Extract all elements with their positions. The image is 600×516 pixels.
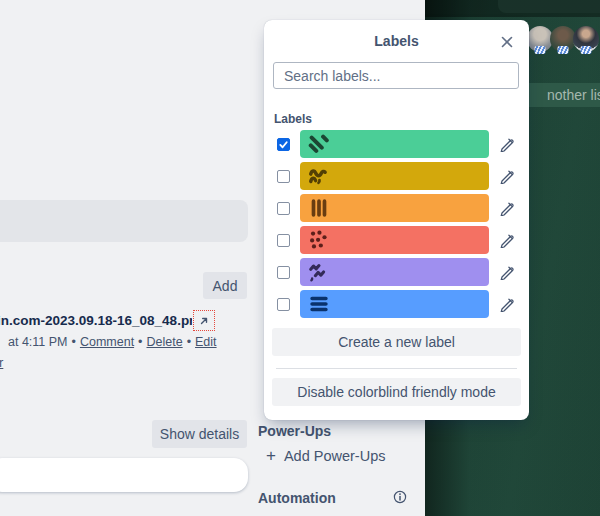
- bullet-separator: •: [187, 335, 191, 349]
- edit-label-pencil-icon[interactable]: [499, 200, 515, 216]
- avatar[interactable]: [573, 26, 599, 52]
- label-pattern-stripes-icon: [308, 133, 330, 155]
- label-checkbox[interactable]: [277, 266, 290, 279]
- label-row: [264, 162, 529, 190]
- close-icon[interactable]: [498, 33, 516, 51]
- label-color-bar-purple[interactable]: [300, 258, 489, 286]
- open-attachment-external-link-icon[interactable]: [193, 310, 215, 331]
- label-list: [264, 130, 529, 322]
- label-pattern-waves-icon: [308, 165, 330, 187]
- avatar-badge-icon: [535, 46, 546, 54]
- label-pattern-dots-icon: [308, 229, 330, 251]
- labels-section-label: Labels: [274, 112, 312, 126]
- comment-link[interactable]: Comment: [80, 335, 134, 349]
- label-pattern-vertical-bars-icon: [308, 197, 330, 219]
- plus-icon: +: [266, 447, 276, 465]
- disable-colorblind-mode-button[interactable]: Disable colorblind friendly mode: [272, 378, 521, 406]
- avatar-badge-icon: [558, 46, 569, 54]
- label-row: [264, 130, 529, 158]
- show-details-button[interactable]: Show details: [152, 420, 247, 448]
- truncated-link[interactable]: r: [0, 355, 3, 370]
- label-color-bar-red[interactable]: [300, 226, 489, 254]
- power-ups-heading: Power-Ups: [258, 423, 331, 439]
- add-button[interactable]: Add: [203, 272, 247, 299]
- comment-input[interactable]: [0, 458, 248, 492]
- avatar-badge-icon: [581, 46, 592, 54]
- label-row: [264, 258, 529, 286]
- attachment-time: at 4:11 PM: [8, 335, 68, 349]
- edit-label-pencil-icon[interactable]: [499, 264, 515, 280]
- arrow-up-right-icon: [198, 315, 210, 327]
- label-checkbox[interactable]: [277, 202, 290, 215]
- create-new-label-button[interactable]: Create a new label: [272, 328, 521, 356]
- popup-title: Labels: [264, 33, 529, 49]
- automation-heading: Automation: [258, 490, 336, 506]
- label-color-bar-green[interactable]: [300, 130, 489, 158]
- edit-label-pencil-icon[interactable]: [499, 136, 515, 152]
- check-icon: [278, 139, 289, 150]
- label-checkbox[interactable]: [277, 138, 290, 151]
- label-color-bar-orange[interactable]: [300, 194, 489, 222]
- label-checkbox[interactable]: [277, 170, 290, 183]
- search-labels-input[interactable]: [273, 62, 519, 89]
- edit-label-pencil-icon[interactable]: [499, 232, 515, 248]
- label-color-bar-yellow[interactable]: [300, 162, 489, 190]
- label-checkbox[interactable]: [277, 298, 290, 311]
- label-color-bar-blue[interactable]: [300, 290, 489, 318]
- edit-label-pencil-icon[interactable]: [499, 168, 515, 184]
- info-icon[interactable]: [393, 490, 407, 504]
- label-row: [264, 194, 529, 222]
- bullet-separator: •: [72, 335, 76, 349]
- delete-link[interactable]: Delete: [147, 335, 183, 349]
- label-checkbox[interactable]: [277, 234, 290, 247]
- add-another-list-button[interactable]: nother list: [522, 83, 600, 107]
- bullet-separator: •: [138, 335, 142, 349]
- label-row: [264, 290, 529, 318]
- popup-divider: [276, 368, 517, 369]
- edit-link[interactable]: Edit: [195, 335, 217, 349]
- label-row: [264, 226, 529, 254]
- attachment-meta: at 4:11 PM•Comment•Delete•Edit: [8, 335, 217, 349]
- add-power-ups-button[interactable]: + Add Power-Ups: [266, 447, 385, 465]
- add-power-ups-label: Add Power-Ups: [284, 448, 386, 464]
- attachment-filename[interactable]: in.com-2023.09.18-16_08_48.png: [0, 311, 192, 331]
- attachment-preview-band: [0, 200, 248, 242]
- labels-popup: Labels Labels: [264, 20, 529, 420]
- attachment-filename-text: in.com-2023.09.18-16_08_48.png: [0, 313, 192, 328]
- label-pattern-zigzags-icon: [308, 261, 330, 283]
- edit-label-pencil-icon[interactable]: [499, 296, 515, 312]
- screen: nother list in.com-2023.09.18-16_08_48.p…: [0, 0, 600, 516]
- label-pattern-horizontal-bars-icon: [308, 293, 330, 315]
